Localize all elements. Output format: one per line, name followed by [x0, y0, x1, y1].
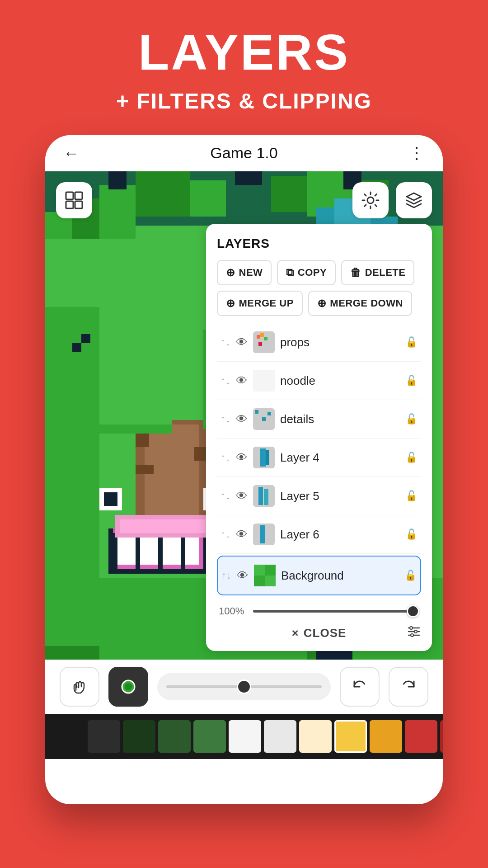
layer-lock-icon[interactable]: 🔓	[405, 490, 418, 502]
color-swatch[interactable]	[88, 720, 120, 753]
layer-item[interactable]: ↑↓ 👁 Layer 4 🔓	[217, 439, 421, 477]
layer-move-icon: ↑↓	[221, 571, 231, 580]
back-button[interactable]: ←	[63, 144, 80, 163]
color-swatch[interactable]	[193, 720, 226, 753]
layer-visibility-icon[interactable]: 👁	[236, 412, 248, 426]
layer-lock-icon[interactable]: 🔓	[405, 375, 418, 387]
color-swatch[interactable]	[405, 720, 437, 753]
svg-rect-74	[264, 489, 268, 505]
redo-button[interactable]	[389, 667, 428, 707]
frames-button[interactable]	[56, 182, 92, 218]
close-x-icon: ×	[292, 626, 299, 640]
svg-point-87	[125, 683, 132, 690]
new-icon: ⊕	[226, 266, 235, 279]
color-swatch[interactable]	[52, 720, 85, 753]
delete-layer-button[interactable]: 🗑 DELETE	[341, 260, 414, 285]
svg-rect-35	[158, 533, 163, 569]
svg-rect-66	[258, 342, 262, 346]
layer-move-icon: ↑↓	[221, 529, 230, 539]
svg-rect-8	[271, 176, 307, 212]
layer-name: Background	[281, 569, 399, 583]
svg-point-83	[410, 627, 413, 629]
layer-lock-icon[interactable]: 🔓	[405, 413, 418, 425]
brush-track	[166, 685, 322, 688]
brush-tool-button[interactable]	[108, 667, 148, 707]
svg-rect-77	[265, 565, 276, 576]
color-swatch[interactable]	[334, 720, 367, 753]
layer-item[interactable]: ↑↓ 👁 details 🔓	[217, 400, 421, 439]
layers-panel-title: LAYERS	[217, 236, 421, 251]
layer-name: Layer 6	[280, 528, 400, 542]
svg-rect-79	[265, 576, 276, 586]
color-swatch[interactable]	[299, 720, 332, 753]
svg-rect-28	[163, 538, 181, 565]
layer-visibility-icon[interactable]: 👁	[236, 489, 248, 503]
delete-icon: 🗑	[350, 266, 361, 279]
hand-tool-button[interactable]	[60, 667, 99, 707]
svg-rect-71	[260, 448, 266, 467]
layer-move-icon: ↑↓	[221, 491, 230, 501]
layer-item[interactable]: ↑↓ 👁 Background 🔓	[217, 556, 421, 595]
layer-lock-icon[interactable]: 🔓	[405, 528, 418, 540]
svg-rect-4	[99, 185, 136, 239]
undo-button[interactable]	[340, 667, 380, 707]
layer-name: Layer 4	[280, 451, 400, 465]
merge-up-icon: ⊕	[226, 297, 235, 310]
svg-rect-26	[117, 538, 136, 565]
layer-visibility-icon[interactable]: 👁	[236, 528, 248, 542]
svg-rect-12	[108, 171, 127, 189]
layer-move-icon: ↑↓	[221, 376, 230, 386]
color-swatch[interactable]	[370, 720, 402, 753]
layer-name: noodle	[280, 374, 400, 388]
layer-name: Layer 5	[280, 489, 400, 503]
svg-rect-29	[185, 538, 199, 565]
palette-dot-3	[250, 708, 254, 712]
layer-item[interactable]: ↑↓ 👁 Layer 6 🔓	[217, 515, 421, 554]
layer-item[interactable]: ↑↓ 👁 Layer 5 🔓	[217, 477, 421, 515]
svg-rect-42	[104, 492, 117, 506]
layers-panel: LAYERS ⊕ NEW ⧉ COPY 🗑 DELETE	[206, 224, 432, 651]
opacity-thumb[interactable]	[407, 605, 419, 618]
layer-lock-icon[interactable]: 🔓	[404, 570, 417, 581]
brush-thumb	[237, 679, 251, 694]
layer-visibility-icon[interactable]: 👁	[237, 569, 249, 583]
layers-button[interactable]	[396, 182, 432, 218]
canvas-toolbar-right	[352, 182, 432, 218]
svg-rect-33	[113, 533, 117, 569]
svg-rect-75	[260, 525, 265, 543]
layer-name: details	[280, 412, 400, 426]
color-swatch[interactable]	[123, 720, 155, 753]
menu-button[interactable]: ⋮	[408, 144, 425, 163]
color-swatch[interactable]	[158, 720, 191, 753]
layer-item[interactable]: ↑↓ 👁 noodle 🔓	[217, 362, 421, 400]
color-swatch[interactable]	[229, 720, 261, 753]
layer-move-icon: ↑↓	[221, 337, 230, 347]
filter-button[interactable]	[407, 624, 421, 642]
layer-lock-icon[interactable]: 🔓	[405, 336, 418, 348]
svg-rect-5	[136, 171, 190, 217]
canvas-area: LAYERS ⊕ NEW ⧉ COPY 🗑 DELETE	[45, 171, 443, 759]
layer-visibility-icon[interactable]: 👁	[236, 335, 248, 349]
close-button[interactable]: × CLOSE	[292, 626, 347, 640]
phone-topbar: ← Game 1.0 ⋮	[45, 135, 443, 171]
layer-lock-icon[interactable]: 🔓	[405, 452, 418, 463]
brush-size-slider[interactable]	[157, 673, 331, 700]
svg-rect-78	[254, 576, 265, 586]
layer-item[interactable]: ↑↓ 👁 props 🔓	[217, 323, 421, 362]
copy-layer-button[interactable]: ⧉ COPY	[277, 260, 336, 285]
merge-down-button[interactable]: ⊕ MERGE DOWN	[308, 291, 412, 316]
new-layer-button[interactable]: ⊕ NEW	[217, 260, 272, 285]
hero-subtitle: + FILTERS & CLIPPING	[116, 89, 372, 113]
merge-up-button[interactable]: ⊕ MERGE UP	[217, 291, 303, 316]
layer-thumbnail	[253, 408, 275, 430]
color-swatch[interactable]	[264, 720, 296, 753]
svg-rect-30	[108, 528, 113, 574]
opacity-track[interactable]	[253, 610, 419, 613]
layer-visibility-icon[interactable]: 👁	[236, 374, 248, 388]
color-swatch[interactable]	[440, 720, 443, 753]
svg-rect-68	[255, 410, 258, 414]
layer-thumbnail	[253, 331, 275, 353]
layer-visibility-icon[interactable]: 👁	[236, 451, 248, 465]
close-row: × CLOSE	[217, 626, 421, 640]
settings-button[interactable]	[352, 182, 389, 218]
